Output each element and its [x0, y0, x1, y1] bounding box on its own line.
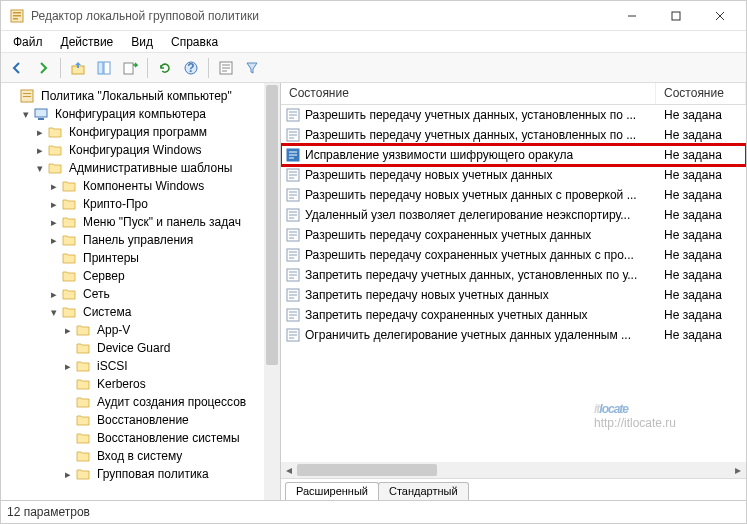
hscroll-left-icon[interactable]: ◂ — [281, 462, 297, 478]
tree-device-guard[interactable]: Device Guard — [5, 339, 262, 357]
expand-icon[interactable]: ▾ — [33, 161, 47, 175]
setting-row[interactable]: Запретить передачу новых учетных данныхН… — [281, 285, 746, 305]
tree-label: App-V — [94, 322, 133, 338]
tree-iscsi[interactable]: ▸iSCSI — [5, 357, 262, 375]
expand-icon[interactable]: ▸ — [33, 125, 47, 139]
tree-server[interactable]: Сервер — [5, 267, 262, 285]
svg-rect-21 — [35, 109, 47, 117]
tree-label: Восстановление — [94, 412, 192, 428]
setting-icon — [285, 187, 301, 203]
tree-windows[interactable]: ▸Конфигурация Windows — [5, 141, 262, 159]
tree-computer-config[interactable]: ▾ Конфигурация компьютера — [5, 105, 262, 123]
expand-icon[interactable]: ▸ — [47, 233, 61, 247]
setting-row[interactable]: Разрешить передачу новых учетных данных … — [281, 185, 746, 205]
tab-standard[interactable]: Стандартный — [378, 482, 469, 500]
window-title: Редактор локальной групповой политики — [31, 9, 610, 23]
filter-button[interactable] — [240, 56, 264, 80]
tree-root[interactable]: Политика "Локальный компьютер" — [5, 87, 262, 105]
setting-row[interactable]: Запретить передачу сохраненных учетных д… — [281, 305, 746, 325]
folder-icon — [61, 268, 77, 284]
show-hide-button[interactable] — [92, 56, 116, 80]
minimize-button[interactable] — [610, 2, 654, 30]
expand-icon[interactable]: ▸ — [47, 197, 61, 211]
menu-help[interactable]: Справка — [163, 33, 226, 51]
hscroll-right-icon[interactable]: ▸ — [730, 462, 746, 478]
export-button[interactable] — [118, 56, 142, 80]
setting-state: Не задана — [656, 148, 746, 162]
expand-icon[interactable]: ▸ — [61, 359, 75, 373]
tree-scrollbar[interactable] — [264, 83, 280, 500]
refresh-button[interactable] — [153, 56, 177, 80]
setting-row[interactable]: Ограничить делегирование учетных данных … — [281, 325, 746, 345]
tree-process-audit[interactable]: Аудит создания процессов — [5, 393, 262, 411]
tree-start-menu[interactable]: ▸Меню "Пуск" и панель задач — [5, 213, 262, 231]
setting-row[interactable]: Исправление уязвимости шифрующего оракул… — [281, 145, 746, 165]
properties-button[interactable] — [214, 56, 238, 80]
setting-state: Не задана — [656, 168, 746, 182]
expand-icon[interactable]: ▸ — [47, 215, 61, 229]
folder-icon — [61, 178, 77, 194]
tree-kerberos[interactable]: Kerberos — [5, 375, 262, 393]
svg-rect-2 — [13, 15, 21, 17]
folder-icon — [47, 142, 63, 158]
tree-restore[interactable]: Восстановление — [5, 411, 262, 429]
tree-label: iSCSI — [94, 358, 131, 374]
tree-label: Конфигурация Windows — [66, 142, 205, 158]
setting-row[interactable]: Удаленный узел позволяет делегирование н… — [281, 205, 746, 225]
setting-label: Разрешить передачу учетных данных, устан… — [305, 128, 656, 142]
setting-row[interactable]: Разрешить передачу новых учетных данныхН… — [281, 165, 746, 185]
up-button[interactable] — [66, 56, 90, 80]
expand-icon[interactable]: ▸ — [33, 143, 47, 157]
tree-network[interactable]: ▸Сеть — [5, 285, 262, 303]
tree-group-policy[interactable]: ▸Групповая политика — [5, 465, 262, 483]
setting-row[interactable]: Разрешить передачу учетных данных, устан… — [281, 105, 746, 125]
menu-file[interactable]: Файл — [5, 33, 51, 51]
tree-appv[interactable]: ▸App-V — [5, 321, 262, 339]
expand-icon[interactable]: ▾ — [47, 305, 61, 319]
expand-icon[interactable]: ▸ — [47, 179, 61, 193]
expand-icon[interactable]: ▾ — [19, 107, 33, 121]
tree-software[interactable]: ▸Конфигурация программ — [5, 123, 262, 141]
svg-rect-19 — [23, 93, 31, 94]
folder-icon — [47, 124, 63, 140]
menu-view[interactable]: Вид — [123, 33, 161, 51]
list-pane: Состояние Состояние Разрешить передачу у… — [281, 83, 746, 500]
forward-button[interactable] — [31, 56, 55, 80]
setting-row[interactable]: Разрешить передачу учетных данных, устан… — [281, 125, 746, 145]
tree-system-restore[interactable]: Восстановление системы — [5, 429, 262, 447]
app-icon — [9, 8, 25, 24]
setting-label: Исправление уязвимости шифрующего оракул… — [305, 148, 656, 162]
expand-icon[interactable]: ▸ — [61, 467, 75, 481]
setting-icon — [285, 147, 301, 163]
setting-state: Не задана — [656, 288, 746, 302]
tree-control-panel[interactable]: ▸Панель управления — [5, 231, 262, 249]
column-state2[interactable]: Состояние — [656, 83, 746, 104]
tree-system[interactable]: ▾Система — [5, 303, 262, 321]
back-button[interactable] — [5, 56, 29, 80]
list-body: Разрешить передачу учетных данных, устан… — [281, 105, 746, 462]
setting-state: Не задана — [656, 248, 746, 262]
tree-win-components[interactable]: ▸Компоненты Windows — [5, 177, 262, 195]
tree-crypto[interactable]: ▸Крипто-Про — [5, 195, 262, 213]
tree-printers[interactable]: Принтеры — [5, 249, 262, 267]
expand-icon[interactable]: ▸ — [47, 287, 61, 301]
column-state1[interactable]: Состояние — [281, 83, 656, 104]
svg-rect-1 — [13, 12, 21, 14]
tree-label: Вход в систему — [94, 448, 185, 464]
list-hscrollbar[interactable]: ◂ ▸ — [281, 462, 746, 478]
help-button[interactable]: ? — [179, 56, 203, 80]
folder-icon — [47, 160, 63, 176]
svg-rect-20 — [23, 96, 31, 97]
close-button[interactable] — [698, 2, 742, 30]
setting-state: Не задана — [656, 268, 746, 282]
maximize-button[interactable] — [654, 2, 698, 30]
setting-row[interactable]: Запретить передачу учетных данных, устан… — [281, 265, 746, 285]
tab-extended[interactable]: Расширенный — [285, 482, 379, 500]
setting-row[interactable]: Разрешить передачу сохраненных учетных д… — [281, 225, 746, 245]
toolbar: ? — [1, 53, 746, 83]
tree-logon[interactable]: Вход в систему — [5, 447, 262, 465]
menu-action[interactable]: Действие — [53, 33, 122, 51]
expand-icon[interactable]: ▸ — [61, 323, 75, 337]
setting-row[interactable]: Разрешить передачу сохраненных учетных д… — [281, 245, 746, 265]
tree-admin-templates[interactable]: ▾Административные шаблоны — [5, 159, 262, 177]
